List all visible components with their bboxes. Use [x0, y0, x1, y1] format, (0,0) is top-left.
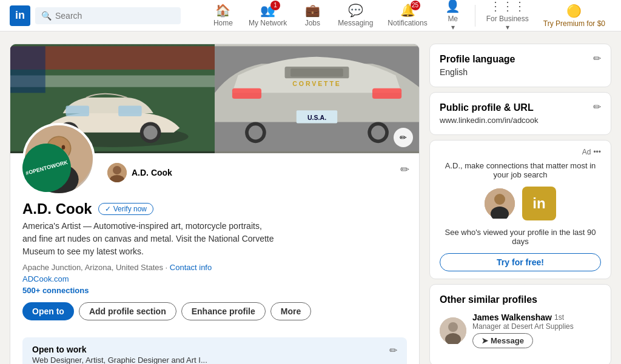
svg-point-34	[494, 194, 505, 205]
svg-rect-5	[65, 106, 89, 116]
profile-language-value: English	[440, 67, 601, 77]
right-sidebar: ✏ Profile language English ✏ Public prof…	[429, 44, 611, 364]
profile-info-area: A.D. Cook	[10, 153, 419, 337]
similar-person-title: Manager at Desert Art Supplies	[472, 322, 574, 331]
nav-label-premium: Try Premium for $0	[543, 19, 605, 28]
jobs-icon: 💼	[305, 3, 320, 18]
notifications-icon: 🔔 25	[400, 3, 415, 18]
svg-point-24	[113, 166, 121, 174]
similar-profiles-title: Other similar profiles	[440, 294, 601, 305]
svg-rect-14	[232, 88, 261, 99]
svg-rect-6	[118, 106, 142, 116]
profile-language-title: Profile language	[440, 54, 601, 65]
nav-item-premium[interactable]: 🟡 Try Premium for $0	[537, 0, 611, 31]
similar-avatar-image	[440, 317, 466, 344]
me-icon: 👤	[445, 0, 460, 13]
nav-item-jobs[interactable]: 💼 Jobs	[295, 0, 329, 32]
profile-location: Apache Junction, Arizona, United States …	[22, 263, 407, 272]
cover-photo-edit-button[interactable]: ✏	[394, 128, 413, 147]
similar-profiles-card: Other similar profiles James Walkenshaw …	[429, 284, 611, 364]
navbar: in 🔍 🏠 Home 👥 1 My Network 💼 Jobs 💬 Mess…	[0, 0, 621, 31]
nav-label-network: My Network	[249, 19, 287, 27]
main-layout: U.S.A. CORVETTE ✏	[0, 44, 621, 364]
search-bar[interactable]: 🔍	[35, 7, 181, 24]
action-buttons: Open to Add profile section Enhance prof…	[22, 302, 407, 320]
profile-website-link[interactable]: ADCook.com	[22, 274, 407, 283]
nav-label-me: Me	[448, 15, 458, 23]
similar-person-name[interactable]: James Walkenshaw	[472, 313, 552, 322]
more-button[interactable]: More	[270, 302, 311, 320]
ad-dots-icon: •••	[593, 148, 601, 156]
public-profile-edit-button[interactable]: ✏	[593, 101, 601, 113]
open-work-card-edit-button[interactable]: ✏	[389, 345, 397, 356]
profile-headline: America's Artist — Automotive-inspired a…	[22, 220, 277, 258]
avatar-wrap: #OPENTOWORK	[22, 123, 95, 196]
public-profile-title: Public profile & URL	[440, 102, 601, 113]
nav-item-network[interactable]: 👥 1 My Network	[243, 0, 293, 32]
nav-label-business: For Business	[486, 15, 529, 23]
nav-item-messaging[interactable]: 💬 Messaging	[332, 0, 379, 32]
add-profile-section-button[interactable]: Add profile section	[79, 302, 176, 320]
profile-language-edit-button[interactable]: ✏	[593, 53, 601, 64]
message-button[interactable]: ➤ Message	[472, 333, 533, 348]
business-icon: ⋮⋮⋮	[489, 0, 526, 13]
messaging-icon: 💬	[348, 3, 363, 18]
profile-language-card: ✏ Profile language English	[429, 44, 611, 87]
ad-linkedin-logo: in	[522, 187, 556, 220]
notifications-badge: 25	[411, 1, 420, 10]
network-icon: 👥 1	[260, 3, 275, 18]
ad-avatar-image	[485, 188, 515, 219]
nav-label-jobs: Jobs	[305, 19, 320, 27]
profile-name-row: A.D. Cook ✓ Verify now	[22, 200, 407, 217]
svg-point-22	[249, 125, 263, 139]
open-work-card-content: Open to work Web Designer, Artist, Graph…	[32, 345, 389, 364]
similar-person-info: James Walkenshaw 1st Manager at Desert A…	[472, 313, 574, 348]
profile-edit-button[interactable]: ✏	[400, 163, 409, 176]
cover-right: U.S.A. CORVETTE ✏	[215, 44, 419, 153]
open-work-title: Open to work	[32, 345, 389, 354]
svg-rect-13	[290, 68, 343, 76]
profile-card: U.S.A. CORVETTE ✏	[10, 44, 420, 364]
nav-item-notifications[interactable]: 🔔 25 Notifications	[381, 0, 433, 32]
svg-rect-3	[10, 46, 45, 93]
ad-visual: in	[440, 187, 601, 220]
svg-rect-15	[372, 88, 401, 99]
contact-info-link[interactable]: Contact info	[170, 263, 212, 272]
profile-connections[interactable]: 500+ connections	[22, 286, 407, 295]
message-label: Message	[491, 336, 524, 345]
try-free-button[interactable]: Try for free!	[440, 253, 601, 271]
ad-card: Ad ••• A.D., make connections that matte…	[429, 140, 611, 279]
mini-profile: A.D. Cook	[107, 163, 172, 182]
search-input[interactable]	[55, 11, 175, 21]
nav-label-home: Home	[213, 19, 233, 27]
nav-item-home[interactable]: 🏠 Home	[206, 0, 240, 32]
nav-item-business[interactable]: ⋮⋮⋮ For Business ▾	[480, 0, 535, 36]
verify-now-button[interactable]: ✓ Verify now	[98, 203, 153, 215]
ad-label: Ad	[582, 148, 591, 156]
nav-label-notifications: Notifications	[388, 19, 427, 27]
network-badge: 1	[270, 1, 280, 10]
svg-text:U.S.A.: U.S.A.	[307, 114, 326, 121]
profile-section: U.S.A. CORVETTE ✏	[10, 44, 420, 364]
svg-point-20	[371, 125, 385, 139]
similar-person-degree: 1st	[554, 313, 564, 322]
nav-label-messaging: Messaging	[338, 19, 373, 27]
premium-icon: 🟡	[566, 4, 582, 18]
message-icon: ➤	[482, 336, 488, 345]
open-to-button[interactable]: Open to	[22, 302, 74, 320]
svg-point-37	[448, 322, 458, 332]
profile-name: A.D. Cook	[22, 200, 92, 217]
linkedin-logo[interactable]: in	[10, 5, 30, 26]
similar-person-avatar	[440, 317, 466, 344]
nav-divider	[475, 5, 475, 27]
nav-items: 🏠 Home 👥 1 My Network 💼 Jobs 💬 Messaging…	[206, 0, 611, 36]
enhance-profile-button[interactable]: Enhance profile	[181, 302, 266, 320]
open-to-work-card: Open to work Web Designer, Artist, Graph…	[22, 337, 407, 364]
public-profile-url: www.linkedin.com/in/adcook	[440, 116, 601, 125]
similar-person-0: James Walkenshaw 1st Manager at Desert A…	[440, 313, 601, 348]
nav-item-me[interactable]: 👤 Me ▾	[436, 0, 470, 36]
cover-right-art: U.S.A. CORVETTE	[215, 44, 419, 153]
mini-avatar	[107, 163, 127, 182]
open-work-detail: Web Designer, Artist, Graphic Designer a…	[32, 356, 389, 364]
ad-caption: See who's viewed your profile in the las…	[440, 228, 601, 246]
